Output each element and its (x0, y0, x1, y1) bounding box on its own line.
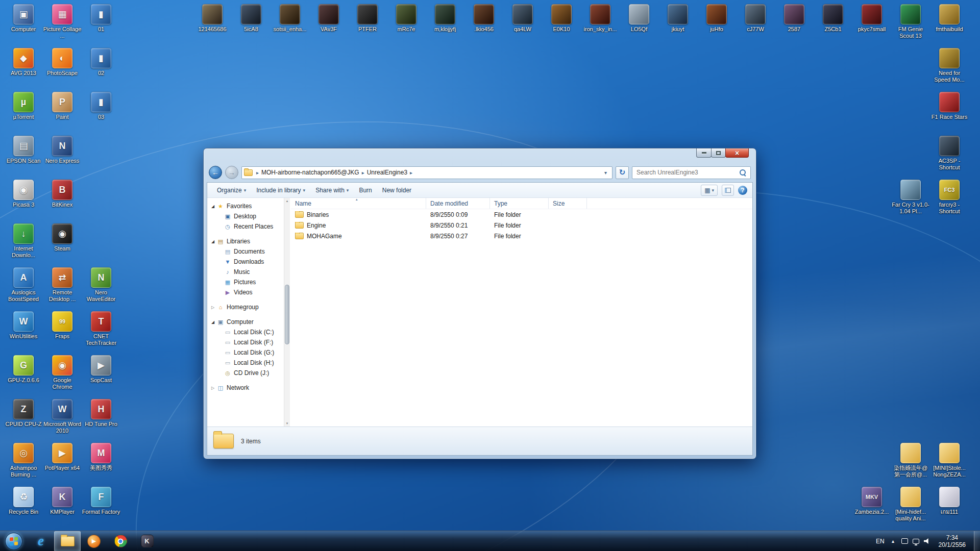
sidebar-item[interactable]: ▤Documents (207, 246, 284, 257)
breadcrumb-current[interactable]: UnrealEngine3 (365, 169, 409, 176)
desktop-icon[interactable]: juHfo (697, 4, 736, 33)
sidebar-scrollbar[interactable] (284, 198, 290, 427)
close-button[interactable]: × (725, 148, 749, 158)
sidebar-item[interactable]: ▭Local Disk (H:) (207, 358, 284, 368)
back-button[interactable]: ← (209, 166, 222, 179)
desktop-icon[interactable]: ZCPUID CPU-Z (4, 399, 43, 428)
desktop-icon[interactable]: 99Fraps (43, 311, 82, 340)
file-row[interactable]: MOHAGame8/9/2550 0:27File folder (291, 231, 752, 241)
desktop-icon[interactable]: ▶PotPlayer x64 (43, 443, 82, 471)
breadcrumb-root[interactable]: MOH-airborne-natchapon665@JKG (259, 169, 361, 176)
desktop-icon[interactable]: FC3farcry3 - Shortcut (930, 180, 969, 215)
desktop-icon[interactable]: ▣Computer (4, 4, 43, 33)
desktop-icon[interactable]: qa4LW (503, 4, 542, 33)
desktop-icon[interactable]: iron_sky_in... (581, 4, 620, 33)
clock[interactable]: 7:34 20/1/2556 (936, 534, 969, 548)
desktop-icon[interactable]: [MINI]Stole... NongZEZA... (930, 443, 969, 478)
windows-explorer-taskbar-button[interactable] (54, 531, 81, 551)
start-button[interactable] (0, 531, 28, 551)
desktop-icon[interactable]: FM Genie Scout 13 (891, 4, 930, 39)
desktop-icon[interactable]: ▶SopCast (82, 355, 120, 384)
desktop-icon[interactable]: mRc7e (387, 4, 426, 33)
language-indicator[interactable]: EN (876, 538, 885, 545)
desktop-icon[interactable]: jkiuyt (658, 4, 697, 33)
desktop-icon[interactable]: ↓Internet Downlo... (4, 223, 43, 259)
desktop-icon[interactable]: ▮02 (82, 48, 120, 77)
desktop-icon[interactable]: WMicrosoft Word 2010 (43, 399, 82, 434)
expand-arrow-icon[interactable]: ▷ (209, 386, 216, 390)
desktop-icon[interactable]: NNero Express (43, 136, 82, 164)
desktop-icon[interactable]: LO5Qf (620, 4, 658, 33)
address-dropdown-arrow[interactable]: ▾ (601, 170, 610, 176)
expand-arrow-icon[interactable]: ◢ (209, 320, 216, 324)
network-icon[interactable] (913, 539, 919, 544)
sidebar-item[interactable]: ▭Local Disk (F:) (207, 337, 284, 347)
desktop-icon[interactable]: ◐PhotoScape (43, 48, 82, 77)
desktop-icon[interactable]: pkyc7small (852, 4, 891, 33)
desktop-icon[interactable]: ▤EPSON Scan (4, 136, 43, 164)
desktop-icon[interactable]: F1 Race Stars (930, 92, 969, 120)
sidebar-item[interactable]: ◷Recent Places (207, 221, 284, 232)
minimize-button[interactable] (696, 148, 712, 158)
desktop-icon[interactable]: ◉Steam (43, 223, 82, 252)
column-header[interactable]: Date modified (426, 198, 490, 209)
desktop-icon[interactable]: cJ77W (736, 4, 775, 33)
sidebar-item[interactable]: ▼Downloads (207, 257, 284, 267)
desktop-icon[interactable]: MKVZambezia.2... (852, 487, 891, 515)
desktop-icon[interactable]: ◉Google Chrome (43, 355, 82, 390)
sidebar-item[interactable]: ▭Local Disk (G:) (207, 347, 284, 358)
column-header[interactable]: ▴Name (291, 198, 426, 209)
desktop-icon[interactable]: .lkio456 (464, 4, 503, 33)
desktop-icon[interactable]: KKMPlayer (43, 487, 82, 515)
desktop-icon[interactable]: HHD Tune Pro (82, 399, 120, 428)
scrollbar-thumb[interactable] (285, 285, 289, 344)
desktop-icon[interactable]: ▮03 (82, 92, 120, 120)
change-view-button[interactable]: ▦▾ (701, 185, 718, 196)
desktop-icon[interactable]: 5icA8 (232, 4, 271, 33)
input-indicator-icon[interactable] (901, 538, 908, 544)
desktop-icon[interactable]: ◆AVG 2013 (4, 48, 43, 77)
desktop-icon[interactable]: ♻Recycle Bin (4, 487, 43, 515)
desktop-icon[interactable]: ◉Picasa 3 (4, 180, 43, 208)
desktop-icon[interactable]: 121465686 (193, 4, 232, 33)
file-row[interactable]: Binaries8/9/2550 0:09File folder (291, 209, 752, 220)
sidebar-item[interactable]: ◎CD Drive (J:) (207, 368, 284, 378)
desktop-icon[interactable]: M美图秀秀 (82, 443, 120, 471)
desktop-icon[interactable]: BBitKinex (43, 180, 82, 208)
desktop-icon[interactable]: FFormat Factory (82, 487, 120, 515)
toolbar-button[interactable]: Share with▾ (311, 185, 353, 196)
desktop-icon[interactable]: NNero WaveEditor (82, 267, 120, 303)
desktop-icon[interactable]: เกม111 (930, 487, 969, 515)
search-box[interactable]: Search UnrealEngine3 (632, 166, 751, 179)
desktop-icon[interactable]: Z5Cb1 (814, 4, 852, 33)
desktop-icon[interactable]: [Mini-hidef... quality Ani... (891, 487, 930, 522)
sidebar-item[interactable]: ▭Local Disk (C:) (207, 327, 284, 337)
show-desktop-button[interactable] (974, 531, 980, 551)
toolbar-button[interactable]: New folder (378, 185, 416, 196)
sidebar-section[interactable]: ▷⌂Homegroup (207, 302, 284, 312)
file-row[interactable]: Engine8/9/2550 0:21File folder (291, 220, 752, 231)
column-header[interactable]: Type (490, 198, 549, 209)
desktop-icon[interactable]: AC3SP - Shortcut (930, 136, 969, 171)
sidebar-section[interactable]: ◢▤Libraries (207, 236, 284, 246)
media-player-taskbar-button[interactable]: ▶ (81, 531, 107, 551)
desktop-icon[interactable]: GGPU-Z.0.6.6 (4, 355, 43, 384)
column-header[interactable]: Size (549, 198, 587, 209)
desktop-icon[interactable]: TCNET TechTracker (82, 311, 120, 346)
desktop-icon[interactable]: µµTorrent (4, 92, 43, 120)
maximize-button[interactable] (711, 148, 726, 158)
desktop-icon[interactable]: PPaint (43, 92, 82, 120)
desktop-icon[interactable]: AAuslogics BoostSpeed (4, 267, 43, 303)
hidden-icons-arrow[interactable] (890, 538, 897, 545)
toolbar-button[interactable]: Include in library▾ (252, 185, 310, 196)
expand-arrow-icon[interactable]: ◢ (209, 204, 216, 209)
desktop-icon[interactable]: m,klojjyfj (426, 4, 464, 33)
expand-arrow-icon[interactable]: ▷ (209, 305, 216, 310)
sidebar-item[interactable]: ▦Pictures (207, 277, 284, 287)
sidebar-section[interactable]: ◢★Favorites (207, 201, 284, 211)
internet-explorer-taskbar-button[interactable]: e (28, 531, 54, 551)
sidebar-section[interactable]: ▷◫Network (207, 383, 284, 393)
sidebar-item[interactable]: ▶Videos (207, 287, 284, 297)
forward-button[interactable]: → (225, 166, 238, 179)
desktop-icon[interactable]: 染指婚流年@ 第一会所@... (891, 443, 930, 478)
